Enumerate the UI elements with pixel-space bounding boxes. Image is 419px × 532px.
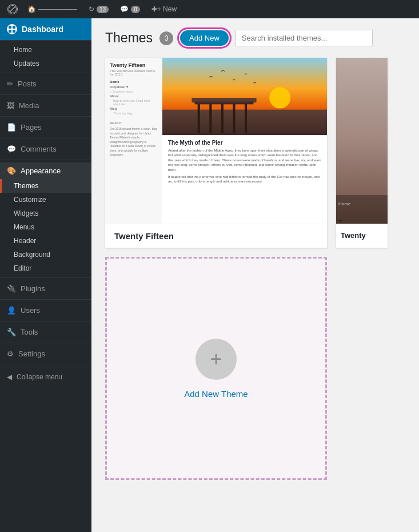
sidebar-item-customize[interactable]: Customize xyxy=(0,193,91,207)
sidebar-item-themes[interactable]: Themes xyxy=(0,179,91,193)
pier-image-container xyxy=(162,58,327,135)
plugins-icon: 🔌 xyxy=(7,284,16,293)
pages-icon: 📄 xyxy=(7,123,16,132)
add-theme-label: Add New Theme xyxy=(184,389,248,399)
svg-rect-8 xyxy=(198,101,200,133)
comments-count-badge: 0 xyxy=(131,6,140,13)
sidebar-item-editor[interactable]: Editor xyxy=(0,261,91,275)
themes-count-badge: 3 xyxy=(159,31,173,45)
admin-bar-updates[interactable]: ↻ 13 xyxy=(84,0,113,18)
dashboard-icon xyxy=(7,24,17,34)
main-layout: Dashboard Home Updates ✏ Posts 🖼 Media xyxy=(0,18,419,532)
appearance-icon: 🎨 xyxy=(7,166,16,175)
background-label: Background xyxy=(14,251,50,259)
sidebar-item-media[interactable]: 🖼 Media xyxy=(0,97,91,114)
wp-logo-icon[interactable] xyxy=(5,1,21,17)
svg-point-7 xyxy=(269,88,290,109)
customize-label: Customize xyxy=(14,196,46,204)
sidebar-item-appearance[interactable]: 🎨 Appearance xyxy=(0,162,91,179)
sidebar-item-home[interactable]: Home xyxy=(0,43,91,57)
article-title: The Myth of the Pier xyxy=(168,140,321,146)
home-icon: 🏠 xyxy=(27,5,36,13)
sidebar-collapse-button[interactable]: ◀ Collapse menu xyxy=(0,367,91,387)
search-themes-input[interactable] xyxy=(236,30,373,46)
users-icon: 👤 xyxy=(7,306,16,315)
preview-nav-home: Home xyxy=(110,80,158,84)
comments-icon: 💬 xyxy=(7,145,16,153)
article-overlay: The Myth of the Pier Attired after the f… xyxy=(162,135,327,224)
preview-nav-about: About xyxy=(110,94,158,98)
theme-card-twenty-fifteen[interactable]: Twenty Fifteen The WordPress default the… xyxy=(105,58,327,248)
themes-header: Themes 3 Add New xyxy=(105,30,405,46)
widgets-label: Widgets xyxy=(14,209,38,217)
tools-label: Tools xyxy=(21,328,38,336)
sidebar: Dashboard Home Updates ✏ Posts 🖼 Media xyxy=(0,18,91,532)
sidebar-item-widgets[interactable]: Widgets xyxy=(0,207,91,220)
update-icon: ↻ xyxy=(89,5,94,13)
sidebar-pages-section: 📄 Pages xyxy=(0,116,91,138)
preview-site-title: Twenty Fifteen xyxy=(110,62,158,68)
sidebar-media-section: 🖼 Media xyxy=(0,94,91,116)
partial-theme-name: Twenty xyxy=(336,224,388,247)
sidebar-dashboard[interactable]: Dashboard xyxy=(0,18,91,40)
header-label: Header xyxy=(14,237,36,245)
add-new-button[interactable]: Add New xyxy=(180,30,229,46)
sidebar-item-plugins[interactable]: 🔌 Plugins xyxy=(0,280,91,297)
theme-card-partial[interactable]: Home Twenty xyxy=(336,58,388,248)
editor-label: Editor xyxy=(14,264,31,272)
sidebar-tools-section: 🔧 Tools xyxy=(0,321,91,343)
sidebar-item-users[interactable]: 👤 Users xyxy=(0,302,91,319)
sidebar-home-section: Home Updates xyxy=(0,40,91,73)
plus-symbol: + xyxy=(210,347,222,371)
preview-tagline: The WordPress default theme for 2015. xyxy=(110,69,158,76)
sidebar-item-menus[interactable]: Menus xyxy=(0,220,91,234)
admin-bar-home[interactable]: 🏠 ──────── xyxy=(23,0,82,18)
sidebar-item-header[interactable]: Header xyxy=(0,234,91,248)
new-icon: ✚ xyxy=(151,5,157,13)
home-bar-separator: ──────── xyxy=(38,5,77,13)
new-label: + New xyxy=(157,5,177,13)
menus-label: Menus xyxy=(14,223,34,231)
sidebar-item-background[interactable]: Background xyxy=(0,248,91,261)
article-text-2: It happened that the performer who had h… xyxy=(168,174,321,184)
svg-rect-9 xyxy=(209,102,212,133)
svg-rect-16 xyxy=(336,195,388,224)
partial-home-label xyxy=(338,220,342,221)
home-label: Home xyxy=(14,46,32,54)
sidebar-item-posts[interactable]: ✏ Posts xyxy=(0,76,91,92)
theme-card-name: Twenty Fifteen xyxy=(105,224,327,248)
sidebar-appearance-section: 🎨 Appearance Themes Customize Widgets Me… xyxy=(0,160,91,277)
theme-card-preview: Twenty Fifteen The WordPress default the… xyxy=(105,58,327,224)
sidebar-posts-section: ✏ Posts xyxy=(0,73,91,94)
sidebar-item-comments[interactable]: 💬 Comments xyxy=(0,141,91,157)
appearance-label: Appearance xyxy=(21,166,61,175)
add-new-theme-card[interactable]: + Add New Theme xyxy=(105,257,327,480)
posts-icon: ✏ xyxy=(7,80,13,88)
preview-about-text: Our 2015 default theme is clean, blog fo… xyxy=(110,127,158,157)
theme-preview-content: Twenty Fifteen The WordPress default the… xyxy=(105,58,327,224)
sidebar-item-updates[interactable]: Updates xyxy=(0,57,91,70)
svg-rect-11 xyxy=(233,102,235,133)
comments-label: Comments xyxy=(21,145,57,153)
preview-sidebar: Twenty Fifteen The WordPress default the… xyxy=(105,58,162,224)
svg-rect-10 xyxy=(221,101,224,133)
plugins-label: Plugins xyxy=(21,284,45,293)
svg-rect-14 xyxy=(191,98,256,102)
sidebar-item-pages[interactable]: 📄 Pages xyxy=(0,119,91,136)
admin-bar: 🏠 ──────── ↻ 13 💬 0 ✚ + New xyxy=(0,0,419,18)
sidebar-item-tools[interactable]: 🔧 Tools xyxy=(0,324,91,340)
sidebar-item-settings[interactable]: ⚙ Settings xyxy=(0,346,91,362)
settings-label: Settings xyxy=(18,350,45,358)
add-theme-plus-icon: + xyxy=(195,339,237,380)
admin-bar-comments[interactable]: 💬 0 xyxy=(115,0,145,18)
media-label: Media xyxy=(19,101,39,110)
sidebar-comments-section: 💬 Comments xyxy=(0,138,91,160)
admin-bar-new-button[interactable]: ✚ + New xyxy=(147,0,181,18)
svg-rect-12 xyxy=(245,103,247,133)
preview-nav-blog: Blog xyxy=(110,106,158,111)
themes-submenu-label: Themes xyxy=(14,182,38,190)
preview-nav-about-sub: How to meet you. Read more about me. xyxy=(110,98,158,106)
preview-main-col: The Myth of the Pier Attired after the f… xyxy=(162,58,327,224)
collapse-label: Collapse menu xyxy=(17,373,62,381)
updates-label: Updates xyxy=(14,59,39,68)
